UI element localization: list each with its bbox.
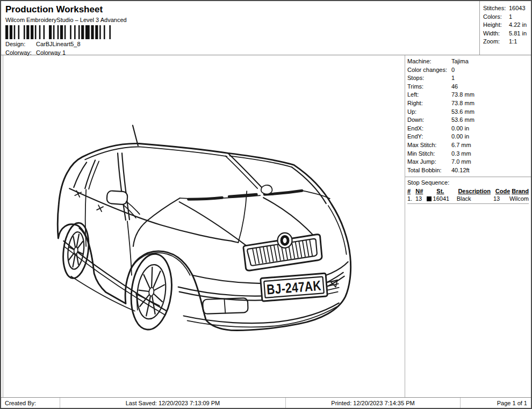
- detail-label: EndY:: [407, 133, 451, 141]
- summary-label: Width:: [483, 30, 509, 38]
- stop-code: 13: [493, 195, 509, 202]
- detail-label: Stops:: [407, 74, 451, 83]
- stop-sequence-title: Stop Sequence:: [407, 179, 531, 186]
- printed-cell: Printed: 12/20/2023 7:14:35 PM: [286, 398, 461, 408]
- max-stitch-value: 6.7 mm: [451, 141, 471, 150]
- detail-label: Down:: [407, 116, 451, 125]
- detail-label: Max Jump:: [407, 158, 451, 166]
- col-n: N#: [415, 187, 427, 195]
- detail-label: Color changes:: [407, 66, 451, 75]
- detail-label: Trims:: [407, 83, 451, 91]
- far-mirror: [261, 185, 272, 194]
- machine-value: Tajima: [451, 57, 469, 66]
- max-jump-value: 7.0 mm: [451, 158, 471, 166]
- design-label: Design:: [5, 41, 36, 48]
- stop-table-row: 1. 13 16041 Black 13 Wilcom: [407, 195, 529, 204]
- summary-label: Colors:: [483, 13, 509, 21]
- design-value: CarBJLineart5_8: [36, 41, 81, 48]
- endy-value: 0.00 in: [451, 133, 469, 141]
- footer: Created By: Last Saved: 12/20/2023 7:13:…: [1, 397, 531, 408]
- side-mirror: [106, 191, 127, 205]
- color-changes-value: 0: [451, 66, 455, 75]
- col-description: Description: [458, 187, 495, 195]
- left-value: 73.8 mm: [451, 91, 475, 99]
- summary-label: Stitches:: [483, 4, 509, 13]
- down-value: 53.6 mm: [451, 116, 475, 125]
- last-saved-cell: Last Saved: 12/20/2023 7:13:09 PM: [60, 398, 286, 408]
- stop-table-header: # N# St. Description Code Brand: [407, 187, 529, 195]
- page-number-cell: Page 1 of 1: [461, 398, 531, 408]
- summary-label: Zoom:: [483, 38, 509, 46]
- stop-sequence-table: # N# St. Description Code Brand 1. 13 16…: [407, 187, 529, 204]
- header: Production Worksheet Wilcom EmbroiderySt…: [1, 1, 531, 55]
- up-value: 53.6 mm: [451, 108, 475, 116]
- stop-num: 1.: [407, 195, 415, 202]
- col-code: Code: [495, 187, 512, 195]
- detail-label: EndX:: [407, 125, 451, 133]
- detail-label: Total Bobbin:: [407, 166, 451, 175]
- col-brand: Brand: [512, 187, 529, 195]
- detail-label: Up:: [407, 108, 451, 116]
- detail-label: Min Stitch:: [407, 150, 451, 158]
- stop-sequence-section: Stop Sequence: # N# St. Description Code…: [405, 177, 531, 204]
- car-antenna: [133, 126, 138, 146]
- colors-value: 1: [509, 13, 512, 21]
- col-num: #: [407, 187, 415, 195]
- design-row: Design: CarBJLineart5_8: [5, 41, 475, 48]
- thread-color-swatch-icon: [427, 196, 432, 201]
- detail-label: Right:: [407, 99, 451, 108]
- trims-value: 46: [451, 83, 458, 91]
- stitches-value: 16043: [509, 4, 526, 13]
- stop-description: Black: [457, 195, 493, 202]
- detail-label: Left:: [407, 91, 451, 99]
- page-title: Production Worksheet: [5, 4, 475, 15]
- stop-stitches: 16041: [433, 195, 457, 202]
- stop-needle: 13: [415, 195, 427, 202]
- min-stitch-value: 0.3 mm: [451, 150, 471, 158]
- detail-label: Max Stitch:: [407, 141, 451, 150]
- production-worksheet-page: Production Worksheet Wilcom EmbroiderySt…: [0, 0, 532, 409]
- endx-value: 0.00 in: [451, 125, 469, 133]
- height-value: 4.22 in: [509, 21, 527, 30]
- zoom-value: 1:1: [509, 38, 517, 46]
- col-st: St.: [427, 187, 458, 195]
- stop-brand: Wilcom: [509, 195, 529, 202]
- summary-label: Height:: [483, 21, 509, 30]
- right-value: 73.8 mm: [451, 99, 475, 108]
- rear-wheel: [60, 222, 91, 280]
- header-left: Production Worksheet Wilcom EmbroiderySt…: [1, 1, 479, 55]
- app-subtitle: Wilcom EmbroideryStudio – Level 3 Advanc…: [5, 17, 475, 23]
- total-bobbin-value: 40.12ft: [451, 166, 470, 175]
- barcode: [5, 25, 111, 39]
- front-grille: [243, 233, 322, 271]
- width-value: 5.81 in: [509, 30, 527, 38]
- license-plate: BJ-247AK: [261, 273, 328, 301]
- details-panel: Machine:Tajima Color changes:0 Stops:1 T…: [405, 55, 531, 397]
- door-handle-front: [97, 205, 103, 211]
- design-preview-car: BJ-247AK: [3, 55, 405, 397]
- design-summary-box: Stitches:16043 Colors:1 Height:4.22 in W…: [479, 1, 531, 55]
- detail-label: Machine:: [407, 57, 451, 66]
- stops-value: 1: [451, 74, 455, 83]
- main-area: BJ-247AK Machine:Tajima Color changes:0 …: [1, 55, 531, 397]
- wiper-blade-left: [189, 198, 222, 199]
- design-canvas: BJ-247AK: [3, 55, 405, 397]
- created-by-cell: Created By:: [1, 398, 60, 408]
